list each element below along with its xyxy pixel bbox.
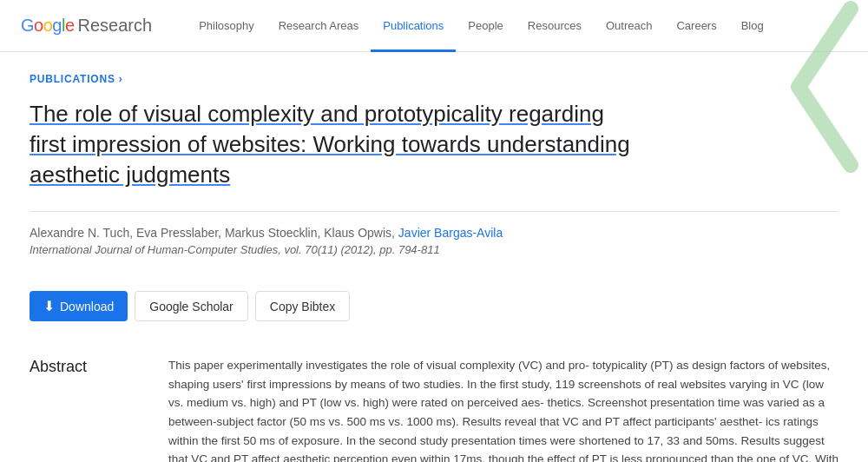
- page-wrapper: Google Research Philosophy Research Area…: [0, 0, 868, 462]
- nav-item-people[interactable]: People: [456, 0, 515, 52]
- nav-item-careers[interactable]: Careers: [664, 0, 728, 52]
- nav-item-philosophy[interactable]: Philosophy: [187, 0, 266, 52]
- nav-item-blog[interactable]: Blog: [729, 0, 776, 52]
- authors-text: Alexandre N. Tuch, Eva Presslaber, Marku…: [30, 226, 398, 240]
- nav-item-research-areas[interactable]: Research Areas: [266, 0, 372, 52]
- breadcrumb-arrow: ›: [119, 73, 123, 85]
- download-label: Download: [60, 300, 114, 314]
- journal-info: International Journal of Human-Computer …: [30, 243, 838, 256]
- authors-line: Alexandre N. Tuch, Eva Presslaber, Marku…: [30, 226, 838, 240]
- logo[interactable]: Google Research: [21, 16, 152, 36]
- main-nav: Philosophy Research Areas Publications P…: [187, 0, 776, 52]
- download-icon: ⬇: [43, 298, 55, 314]
- download-button[interactable]: ⬇ Download: [30, 291, 128, 321]
- google-scholar-button[interactable]: Google Scholar: [135, 291, 248, 321]
- breadcrumb-label: PUBLICATIONS: [30, 73, 115, 85]
- paper-title: The role of visual complexity and protot…: [30, 99, 637, 190]
- breadcrumb[interactable]: PUBLICATIONS ›: [30, 73, 838, 85]
- abstract-label: Abstract: [30, 356, 134, 462]
- abstract-text: This paper experimentally investigates t…: [168, 356, 838, 462]
- copy-bibtex-button[interactable]: Copy Bibtex: [255, 291, 350, 321]
- volume-info: , vol. 70(11) (2012), pp. 794-811: [278, 243, 439, 256]
- journal-name: International Journal of Human-Computer …: [30, 243, 278, 256]
- header: Google Research Philosophy Research Area…: [0, 0, 868, 52]
- main-content: PUBLICATIONS › The role of visual comple…: [9, 52, 859, 462]
- section-divider: [30, 211, 838, 212]
- nav-item-resources[interactable]: Resources: [516, 0, 594, 52]
- author-link-bargas-avila[interactable]: Javier Bargas-Avila: [398, 226, 503, 240]
- abstract-section: Abstract This paper experimentally inves…: [30, 356, 838, 462]
- logo-research-text: Research: [78, 16, 153, 36]
- action-buttons: ⬇ Download Google Scholar Copy Bibtex: [30, 277, 838, 335]
- nav-item-publications[interactable]: Publications: [371, 0, 456, 52]
- nav-item-outreach[interactable]: Outreach: [594, 0, 664, 52]
